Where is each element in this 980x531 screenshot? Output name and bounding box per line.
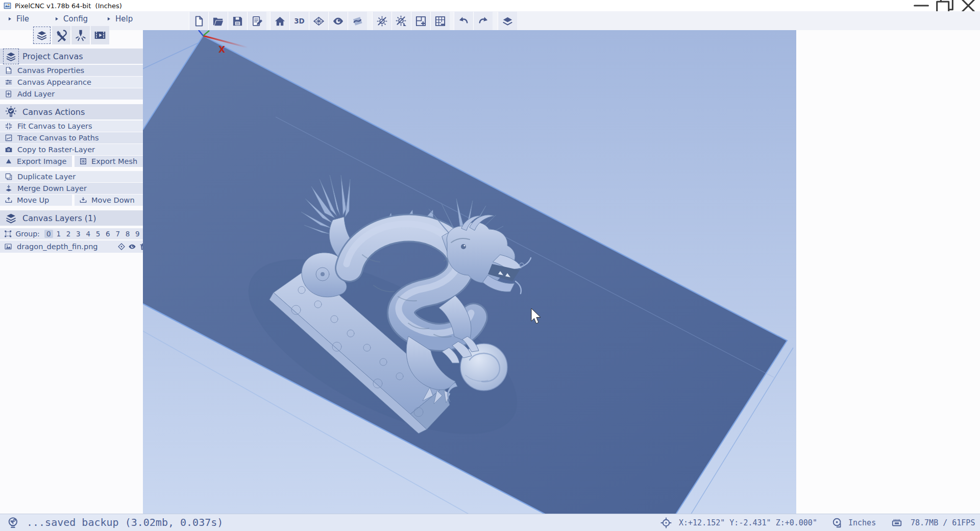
menu-file[interactable]: File xyxy=(7,14,29,23)
add-pane-button[interactable] xyxy=(411,12,430,30)
open-file-button[interactable] xyxy=(208,12,228,30)
add-layer-icon xyxy=(5,90,13,98)
layer-group-row: Group: 0 1 2 3 4 5 6 7 8 9 xyxy=(0,228,143,239)
save-project-button[interactable] xyxy=(228,12,247,30)
toolpath-overlay-button[interactable] xyxy=(348,12,367,30)
sidebar-item-fit-canvas[interactable]: Fit Canvas to Layers xyxy=(0,120,143,132)
units-label: Inches xyxy=(848,518,876,527)
group-option-2[interactable]: 2 xyxy=(64,230,72,238)
item-label: Add Layer xyxy=(17,90,55,98)
mesh-view-button[interactable] xyxy=(309,12,328,30)
undo-icon xyxy=(458,15,470,27)
home-view-icon xyxy=(274,15,286,27)
axis-x-label: X xyxy=(218,44,225,55)
menu-toolbar-band: File Config Help 3D xyxy=(0,11,980,31)
memory-chip-icon xyxy=(890,517,903,528)
group-option-1[interactable]: 1 xyxy=(54,230,63,238)
item-label: Merge Down Layer xyxy=(17,184,87,192)
redo-icon xyxy=(477,15,489,27)
item-label: Trace Canvas to Paths xyxy=(17,134,99,142)
simulation-tab-icon xyxy=(93,29,107,42)
menu-arrow-icon xyxy=(7,16,12,21)
layer-stack-button[interactable] xyxy=(498,12,517,30)
item-label: Move Down xyxy=(91,196,135,204)
item-label: Export Mesh xyxy=(91,157,137,165)
grid-pane-button[interactable] xyxy=(430,12,450,30)
svg-text:3D: 3D xyxy=(294,17,304,25)
right-empty-panel xyxy=(796,30,980,514)
sidebar-item-canvas-appearance[interactable]: Canvas Appearance xyxy=(0,77,143,88)
view-3d-button[interactable]: 3D xyxy=(289,12,309,30)
shadows-toggle-button[interactable] xyxy=(391,12,411,30)
sidebar-item-trace-canvas[interactable]: Trace Canvas to Paths xyxy=(0,132,143,143)
layer-origin-icon[interactable] xyxy=(117,243,126,251)
grid-pane-icon xyxy=(434,15,446,27)
pixelcnc-logo-icon xyxy=(3,2,12,10)
group-option-8[interactable]: 8 xyxy=(123,230,132,238)
new-file-button[interactable] xyxy=(189,12,208,30)
viewport-canvas[interactable]: X xyxy=(143,30,796,514)
home-view-button[interactable] xyxy=(270,12,289,30)
group-option-5[interactable]: 5 xyxy=(93,230,102,238)
group-option-0[interactable]: 0 xyxy=(44,230,53,238)
units-tape-icon xyxy=(832,517,843,528)
group-option-4[interactable]: 4 xyxy=(84,230,92,238)
restore-button[interactable] xyxy=(933,0,957,11)
sidebar-item-canvas-properties[interactable]: Canvas Properties xyxy=(0,65,143,76)
group-option-6[interactable]: 6 xyxy=(104,230,112,238)
status-bar: ...saved backup (3.02mb, 0.037s) X:+12.1… xyxy=(0,514,980,531)
move-down-icon xyxy=(79,196,87,204)
canvas-actions-header: Canvas Actions xyxy=(0,104,143,119)
shadows-toggle-icon xyxy=(396,15,407,27)
layer-row-dragon[interactable]: dragon_depth_fin.png xyxy=(0,240,143,253)
image-layer-icon xyxy=(4,243,12,251)
cursor-coordinates: X:+12.152" Y:-2.431" Z:+0.000" xyxy=(679,518,817,527)
sidebar-item-add-layer[interactable]: Add Layer xyxy=(0,88,143,100)
open-file-icon xyxy=(212,15,224,27)
status-message: ...saved backup (3.02mb, 0.037s) xyxy=(27,516,223,528)
item-label: Duplicate Layer xyxy=(17,173,76,181)
menu-file-label: File xyxy=(16,14,29,23)
menu-arrow-icon xyxy=(106,16,111,21)
sidebar-item-export-mesh[interactable]: Export Mesh xyxy=(75,156,143,167)
tab-canvas[interactable] xyxy=(33,26,51,44)
layer-visibility-icon[interactable] xyxy=(128,243,136,251)
layers-stack-icon xyxy=(5,50,17,63)
viewport-3d[interactable]: X xyxy=(143,30,796,514)
minimize-button[interactable] xyxy=(910,0,933,11)
sidebar-item-move-up[interactable]: Move Up xyxy=(0,195,72,206)
menu-config[interactable]: Config xyxy=(54,14,88,23)
undo-button[interactable] xyxy=(454,12,473,30)
sidebar-item-merge-down[interactable]: Merge Down Layer xyxy=(0,183,143,194)
redo-button[interactable] xyxy=(473,12,493,30)
sidebar-item-move-down[interactable]: Move Down xyxy=(75,195,143,206)
sidebar-item-duplicate-layer[interactable]: Duplicate Layer xyxy=(0,171,143,182)
lighting-toggle-button[interactable] xyxy=(372,12,391,30)
window-controls xyxy=(910,0,980,11)
group-option-9[interactable]: 9 xyxy=(133,230,142,238)
menu-help[interactable]: Help xyxy=(106,14,133,23)
canvas-actions-header-label: Canvas Actions xyxy=(22,107,85,117)
group-option-7[interactable]: 7 xyxy=(113,230,122,238)
layer-stack-icon xyxy=(502,15,513,27)
tab-operations[interactable] xyxy=(71,26,90,44)
operations-tab-icon xyxy=(74,29,87,42)
tab-simulation[interactable] xyxy=(91,26,109,44)
add-pane-icon xyxy=(415,15,427,27)
item-label: Copy to Raster-Layer xyxy=(17,146,95,154)
title-bar: PixelCNC v1.78b 64-bit (Inches) xyxy=(0,0,980,11)
sidebar-item-copy-raster[interactable]: Copy to Raster-Layer xyxy=(0,144,143,155)
menu-help-label: Help xyxy=(115,14,133,23)
item-label: Export Image xyxy=(17,157,67,165)
show-hide-button[interactable] xyxy=(328,12,348,30)
close-button[interactable] xyxy=(957,0,980,11)
toolpath-overlay-icon xyxy=(352,15,363,27)
canvas-layers-header-label: Canvas Layers (1) xyxy=(22,213,96,223)
item-label: Canvas Appearance xyxy=(17,78,91,86)
group-option-3[interactable]: 3 xyxy=(74,230,83,238)
show-hide-icon xyxy=(332,15,344,27)
sidebar-item-export-image[interactable]: Export Image xyxy=(0,156,72,167)
group-label: Group: xyxy=(15,230,39,238)
tab-tools[interactable] xyxy=(52,26,70,44)
edit-notes-button[interactable] xyxy=(247,12,266,30)
